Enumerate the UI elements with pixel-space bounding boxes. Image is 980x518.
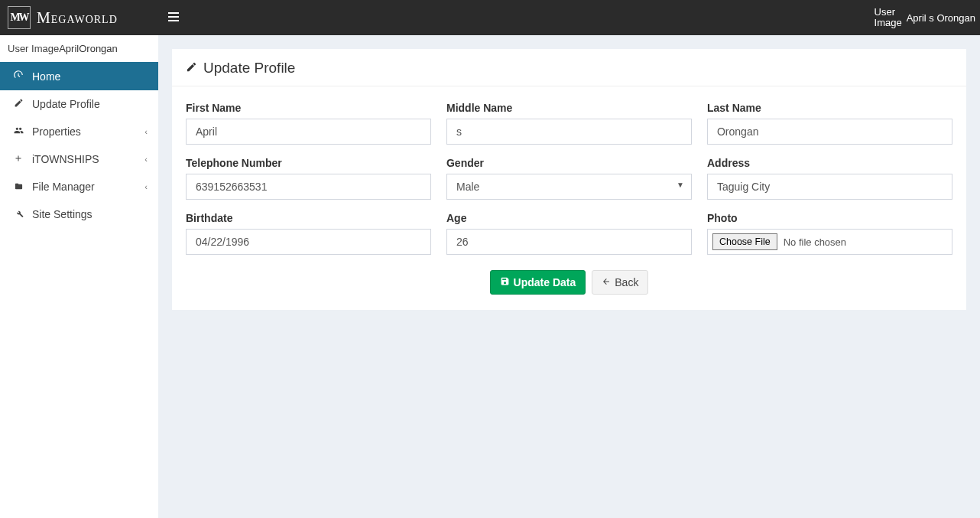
gender-label: Gender bbox=[446, 157, 692, 169]
sidebar-item-file-manager[interactable]: File Manager ‹ bbox=[0, 173, 158, 200]
chevron-left-icon: ‹ bbox=[144, 127, 148, 136]
first-name-input[interactable] bbox=[186, 119, 431, 145]
first-name-label: First Name bbox=[186, 102, 431, 114]
back-button[interactable]: Back bbox=[592, 270, 648, 295]
brand-logo[interactable]: MW Megaworld bbox=[0, 0, 158, 35]
back-label: Back bbox=[615, 276, 638, 288]
box-header: Update Profile bbox=[172, 49, 966, 86]
telephone-label: Telephone Number bbox=[186, 157, 431, 169]
age-label: Age bbox=[446, 212, 692, 224]
sidebar-user-panel: User Image AprilOrongan bbox=[0, 35, 158, 62]
chevron-left-icon: ‹ bbox=[144, 182, 148, 191]
sidebar: User Image AprilOrongan Home Update Prof… bbox=[0, 35, 158, 518]
hamburger-icon bbox=[168, 11, 179, 24]
sidebar-item-properties[interactable]: Properties ‹ bbox=[0, 118, 158, 145]
sidebar-user-image-label: User Image bbox=[8, 43, 59, 54]
sidebar-item-label: Properties bbox=[32, 125, 81, 138]
update-data-label: Update Data bbox=[514, 276, 576, 288]
file-chosen-text: No file chosen bbox=[784, 236, 846, 248]
sidebar-item-label: File Manager bbox=[32, 181, 95, 193]
last-name-input[interactable] bbox=[707, 119, 952, 145]
form-body: First Name Middle Name Last Name Telepho… bbox=[172, 86, 966, 295]
sidebar-item-home[interactable]: Home bbox=[0, 62, 158, 90]
svg-rect-0 bbox=[168, 12, 179, 14]
content-wrapper: Update Profile First Name Middle Name La… bbox=[158, 0, 980, 518]
last-name-label: Last Name bbox=[707, 102, 952, 114]
sidebar-toggle-button[interactable] bbox=[158, 11, 189, 24]
svg-rect-1 bbox=[168, 16, 179, 18]
svg-rect-2 bbox=[168, 20, 179, 21]
address-input[interactable] bbox=[707, 174, 952, 200]
folder-icon bbox=[11, 181, 26, 193]
chevron-left-icon: ‹ bbox=[144, 155, 148, 164]
photo-file-input[interactable]: Choose File No file chosen bbox=[707, 229, 952, 255]
age-input[interactable] bbox=[446, 229, 692, 255]
sidebar-item-label: Update Profile bbox=[32, 98, 100, 110]
arrow-left-icon bbox=[602, 277, 611, 288]
photo-label: Photo bbox=[707, 212, 952, 224]
birthdate-input[interactable] bbox=[186, 229, 431, 255]
header-user-name: April s Orongan bbox=[907, 12, 975, 24]
sidebar-item-site-settings[interactable]: Site Settings bbox=[0, 200, 158, 228]
sidebar-item-itownships[interactable]: iTOWNSHIPS ‹ bbox=[0, 145, 158, 173]
birthdate-label: Birthdate bbox=[186, 212, 431, 224]
sidebar-item-update-profile[interactable]: Update Profile bbox=[0, 90, 158, 118]
telephone-input[interactable] bbox=[186, 174, 431, 200]
dashboard-icon bbox=[11, 70, 26, 83]
pencil-icon bbox=[11, 98, 26, 110]
brand-name: Megaworld bbox=[37, 9, 118, 27]
update-data-button[interactable]: Update Data bbox=[490, 270, 586, 295]
page-title: Update Profile bbox=[203, 60, 295, 77]
brand-mark-icon: MW bbox=[8, 6, 31, 29]
save-icon bbox=[500, 276, 510, 288]
middle-name-label: Middle Name bbox=[446, 102, 692, 114]
profile-form-box: Update Profile First Name Middle Name La… bbox=[172, 49, 966, 310]
sidebar-item-label: iTOWNSHIPS bbox=[32, 153, 99, 165]
header-user-area[interactable]: User Image April s Orongan bbox=[875, 7, 980, 29]
wrench-icon bbox=[11, 208, 26, 220]
gender-select[interactable]: Male bbox=[446, 174, 692, 200]
form-actions: Update Data Back bbox=[186, 270, 952, 295]
sidebar-nav: Home Update Profile Properties ‹ bbox=[0, 62, 158, 228]
users-icon bbox=[11, 125, 26, 138]
choose-file-button[interactable]: Choose File bbox=[712, 233, 777, 250]
plus-icon bbox=[11, 154, 26, 165]
sidebar-user-name: AprilOrongan bbox=[59, 43, 118, 54]
middle-name-input[interactable] bbox=[446, 119, 692, 145]
user-image-label: User Image bbox=[875, 7, 902, 29]
sidebar-item-label: Home bbox=[32, 70, 60, 83]
top-header: MW Megaworld User Image April s Orongan bbox=[0, 0, 980, 35]
address-label: Address bbox=[707, 157, 952, 169]
pencil-icon bbox=[186, 61, 197, 75]
sidebar-item-label: Site Settings bbox=[32, 208, 92, 220]
